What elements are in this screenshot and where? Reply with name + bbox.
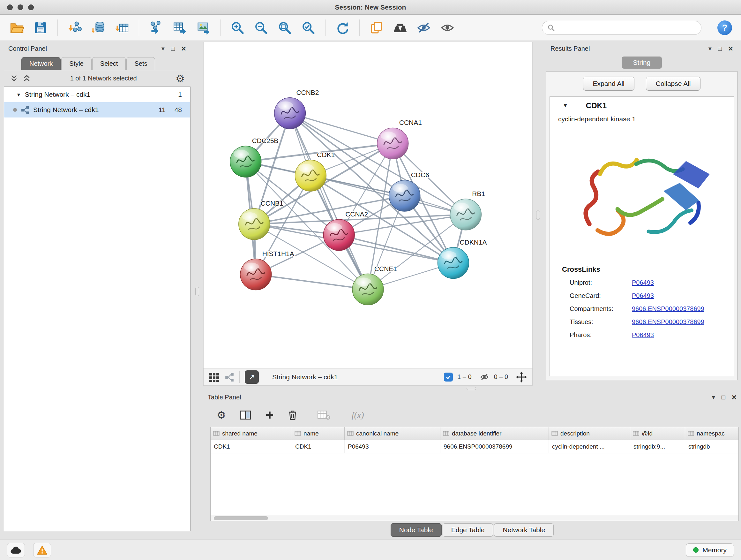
network-overview-icon[interactable] xyxy=(225,372,234,382)
tab-style[interactable]: Style xyxy=(61,57,91,70)
first-neighbors-button[interactable] xyxy=(392,20,408,36)
zoom-fit-button[interactable] xyxy=(277,20,293,36)
zoom-out-button[interactable] xyxy=(253,20,269,36)
network-node-CCNA2[interactable] xyxy=(323,219,354,251)
network-edge[interactable] xyxy=(290,113,368,290)
help-button[interactable]: ? xyxy=(718,20,732,35)
network-edge[interactable] xyxy=(290,113,393,144)
network-node-CCNA1[interactable] xyxy=(377,128,408,159)
table-cell[interactable]: CDK1 xyxy=(211,440,292,453)
column-header-canonical-name[interactable]: canonical name xyxy=(345,427,441,440)
network-view-canvas[interactable]: CCNB2CCNA1CDC25BCDK1CDC6RB1CCNB1CCNA2CDK… xyxy=(203,42,533,368)
export-image-button[interactable] xyxy=(195,20,211,36)
save-session-button[interactable] xyxy=(32,20,49,36)
show-graphics-details-button[interactable] xyxy=(440,20,455,36)
delete-column-trash-icon[interactable] xyxy=(288,410,297,421)
table-cell[interactable]: CDK1 xyxy=(292,440,345,453)
close-window-button[interactable] xyxy=(7,4,13,10)
pan-crosshair-icon[interactable] xyxy=(516,371,527,383)
column-header-shared-name[interactable]: shared name xyxy=(211,427,292,440)
network-edge[interactable] xyxy=(256,274,368,290)
network-graph[interactable]: CCNB2CCNA1CDC25BCDK1CDC6RB1CCNB1CCNA2CDK… xyxy=(204,42,532,368)
table-cell[interactable]: P06493 xyxy=(345,440,441,453)
network-node-RB1[interactable] xyxy=(450,199,481,230)
network-node-CCNB1[interactable] xyxy=(239,208,270,240)
panel-close-icon[interactable]: × xyxy=(181,44,186,53)
network-node-CDKN1A[interactable] xyxy=(438,247,469,279)
table-settings-gear-icon[interactable]: ⚙ xyxy=(217,410,226,420)
search-input[interactable] xyxy=(558,24,696,32)
birds-eye-grid-icon[interactable] xyxy=(209,372,219,382)
hidden-items-eye-slash-icon[interactable] xyxy=(479,372,489,382)
expand-all-button[interactable]: Expand All xyxy=(583,77,634,91)
panel-menu-icon[interactable]: ▾ xyxy=(712,393,715,401)
warnings-button[interactable] xyxy=(33,543,51,557)
panel-close-icon[interactable]: × xyxy=(728,44,733,53)
column-header-name[interactable]: name xyxy=(292,427,345,440)
show-columns-icon[interactable] xyxy=(239,410,252,421)
tab-network[interactable]: Network xyxy=(21,57,61,70)
tab-sets[interactable]: Sets xyxy=(126,57,155,70)
network-node-CDK1[interactable] xyxy=(295,160,326,191)
panel-close-icon[interactable]: × xyxy=(732,393,737,401)
column-header-description[interactable]: description xyxy=(549,427,630,440)
column-header-namespac[interactable]: namespac xyxy=(685,427,739,440)
zoom-selected-button[interactable] xyxy=(300,20,316,36)
tab-string[interactable]: String xyxy=(622,57,662,69)
expand-all-icon[interactable] xyxy=(22,74,31,83)
panel-menu-icon[interactable]: ▾ xyxy=(709,45,712,52)
gene-card-header[interactable]: ▼ CDK1 xyxy=(550,97,734,115)
search-box[interactable] xyxy=(542,21,701,35)
export-network-button[interactable] xyxy=(148,20,164,36)
network-row-selected[interactable]: String Network – cdk1 11 48 xyxy=(4,102,190,118)
tab-edge-table[interactable]: Edge Table xyxy=(443,523,493,537)
table-cell[interactable]: 9606.ENSP00000378699 xyxy=(441,440,549,453)
tab-select[interactable]: Select xyxy=(92,57,126,70)
apply-layout-button[interactable] xyxy=(334,20,350,36)
panel-float-icon[interactable]: □ xyxy=(171,45,175,52)
table-cell[interactable]: stringdb:9... xyxy=(630,440,685,453)
import-table-file-button[interactable] xyxy=(114,20,130,36)
right-splitter-handle[interactable] xyxy=(536,210,540,220)
crosslink-link[interactable]: P06493 xyxy=(632,292,654,300)
scrollbar-thumb[interactable] xyxy=(214,516,268,520)
hide-selected-button[interactable] xyxy=(416,20,432,36)
duplicate-network-button[interactable] xyxy=(368,20,385,36)
table-horizontal-scrollbar[interactable] xyxy=(211,515,738,521)
open-session-button[interactable] xyxy=(9,20,25,36)
import-network-file-button[interactable] xyxy=(67,20,83,36)
cloud-services-button[interactable] xyxy=(7,543,25,557)
network-node-CCNB2[interactable] xyxy=(274,98,306,129)
collapse-all-icon[interactable] xyxy=(10,74,18,83)
crosslink-link[interactable]: P06493 xyxy=(632,331,654,339)
selected-nodes-checkbox-icon[interactable] xyxy=(444,373,453,381)
collapse-all-button[interactable]: Collapse All xyxy=(646,77,701,91)
tab-network-table[interactable]: Network Table xyxy=(494,523,554,537)
zoom-in-button[interactable] xyxy=(229,20,246,36)
panel-float-icon[interactable]: □ xyxy=(722,394,725,401)
import-network-database-button[interactable] xyxy=(90,20,106,36)
crosslink-link[interactable]: 9606.ENSP00000378699 xyxy=(632,305,704,313)
network-node-HIST1H1A[interactable] xyxy=(240,259,272,290)
panel-menu-icon[interactable]: ▾ xyxy=(161,45,165,52)
disclosure-triangle-icon[interactable]: ▼ xyxy=(16,92,21,98)
network-node-CCNE1[interactable] xyxy=(352,274,384,305)
tab-node-table[interactable]: Node Table xyxy=(391,523,442,537)
network-node-CDC6[interactable] xyxy=(389,180,420,211)
add-column-plus-icon[interactable] xyxy=(265,410,274,420)
table-cell[interactable]: stringdb xyxy=(685,440,739,453)
panel-float-icon[interactable]: □ xyxy=(718,45,722,52)
minimize-window-button[interactable] xyxy=(17,4,23,10)
gear-icon[interactable]: ⚙ xyxy=(176,73,185,84)
column-header-database-identifier[interactable]: database identifier xyxy=(441,427,549,440)
bottom-splitter-handle[interactable] xyxy=(467,387,476,390)
left-splitter-handle[interactable] xyxy=(195,287,199,296)
crosslink-link[interactable]: 9606.ENSP00000378699 xyxy=(632,318,704,326)
memory-button[interactable]: Memory xyxy=(686,543,734,557)
table-row[interactable]: CDK1CDK1P064939606.ENSP00000378699cyclin… xyxy=(211,440,738,453)
open-in-new-window-button[interactable]: ↗ xyxy=(245,370,259,384)
export-table-button[interactable] xyxy=(172,20,188,36)
crosslink-link[interactable]: P06493 xyxy=(632,279,654,287)
column-header--id[interactable]: @id xyxy=(630,427,685,440)
table-cell[interactable]: cyclin-dependent ... xyxy=(549,440,630,453)
